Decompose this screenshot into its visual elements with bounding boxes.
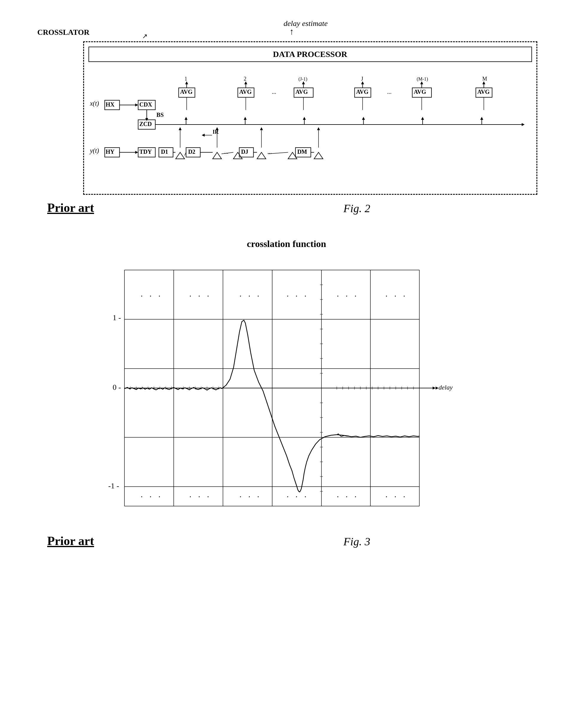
svg-text:. . .: . . . xyxy=(141,289,163,298)
fig3-caption: Fig. 3 xyxy=(165,535,549,548)
svg-text:delay: delay xyxy=(438,384,453,391)
svg-text:DM: DM xyxy=(297,148,307,155)
svg-text:HY: HY xyxy=(106,148,115,155)
crosslator-arrow: ↗ xyxy=(142,33,148,40)
svg-text:...: ... xyxy=(224,148,228,155)
svg-text:J: J xyxy=(361,76,363,82)
svg-text:1 -: 1 - xyxy=(113,313,121,322)
svg-marker-101 xyxy=(317,127,320,130)
svg-text:. . .: . . . xyxy=(385,490,408,499)
svg-text:...: ... xyxy=(267,148,272,155)
svg-marker-104 xyxy=(202,134,205,137)
svg-marker-78 xyxy=(213,152,221,159)
svg-text:. . .: . . . xyxy=(141,490,163,499)
svg-marker-56 xyxy=(482,82,485,84)
svg-marker-85 xyxy=(257,152,266,159)
svg-text:...: ... xyxy=(387,89,392,95)
svg-text:. . .: . . . xyxy=(337,490,359,499)
crosslator-label: CROSSLATOR xyxy=(38,28,90,37)
svg-marker-15 xyxy=(184,117,187,120)
svg-text:y(t): y(t) xyxy=(89,147,99,154)
svg-text:. . .: . . . xyxy=(240,490,262,499)
fig2-diagram: x(t) HX CDX BS ZCD xyxy=(89,64,532,188)
prior-art-label-1: Prior art xyxy=(47,201,165,215)
svg-text:. . .: . . . xyxy=(189,490,211,499)
svg-text:. . .: . . . xyxy=(385,289,408,298)
svg-marker-165 xyxy=(435,387,438,390)
fig3-caption-row: Prior art Fig. 3 xyxy=(47,534,549,548)
svg-marker-99 xyxy=(260,127,263,130)
fig3-container: crosslation function xyxy=(36,238,537,522)
svg-text:0 -: 0 - xyxy=(113,383,121,392)
svg-marker-40 xyxy=(302,82,305,84)
svg-text:ZCD: ZCD xyxy=(139,121,152,127)
fig2-caption: Fig. 2 xyxy=(165,202,549,215)
svg-text:. . .: . . . xyxy=(286,289,309,298)
svg-marker-45 xyxy=(361,82,364,84)
svg-text:D1: D1 xyxy=(161,148,168,155)
svg-text:. . .: . . . xyxy=(286,490,309,499)
svg-marker-21 xyxy=(362,117,365,120)
svg-marker-23 xyxy=(421,117,424,120)
svg-text:. . .: . . . xyxy=(189,289,211,298)
svg-marker-51 xyxy=(420,82,423,84)
graph-area: delay 1 - 0 - -1 - . . . . . . . . . . .… xyxy=(95,255,478,522)
svg-marker-92 xyxy=(314,152,323,159)
svg-text:BS: BS xyxy=(156,111,164,118)
svg-text:AVG: AVG xyxy=(356,89,368,95)
svg-text:AVG: AVG xyxy=(413,89,426,95)
svg-marker-29 xyxy=(185,82,188,84)
svg-marker-11 xyxy=(521,123,524,126)
svg-marker-163 xyxy=(433,387,435,390)
svg-text:. . .: . . . xyxy=(240,289,262,298)
svg-marker-25 xyxy=(480,117,483,120)
svg-text:D2: D2 xyxy=(188,148,195,155)
svg-text:IR: IR xyxy=(213,129,219,135)
fig2-container: delay estimate ↑ CROSSLATOR ↗ DATA PROCE… xyxy=(36,41,537,195)
svg-marker-95 xyxy=(178,127,181,130)
graph-title: crosslation function xyxy=(36,238,537,249)
svg-text:M: M xyxy=(482,76,487,82)
svg-text:AVG: AVG xyxy=(295,89,308,95)
svg-marker-4 xyxy=(135,104,138,106)
svg-text:1: 1 xyxy=(184,76,187,82)
svg-text:AVG: AVG xyxy=(180,89,192,95)
svg-text:DJ: DJ xyxy=(241,148,248,155)
svg-text:AVG: AVG xyxy=(239,89,252,95)
svg-text:x(t): x(t) xyxy=(90,100,99,107)
svg-text:...: ... xyxy=(272,89,276,95)
svg-marker-34 xyxy=(244,82,247,84)
svg-text:2: 2 xyxy=(244,76,246,82)
svg-marker-68 xyxy=(135,151,138,154)
svg-text:-1 -: -1 - xyxy=(108,482,119,490)
svg-text:. . .: . . . xyxy=(337,289,359,298)
svg-text:AVG: AVG xyxy=(477,89,489,95)
prior-art-label-2: Prior art xyxy=(47,534,165,548)
svg-text:(M-1): (M-1) xyxy=(416,77,428,82)
svg-text:CDX: CDX xyxy=(139,101,152,108)
fig3-graph: delay 1 - 0 - -1 - . . . . . . . . . . .… xyxy=(95,255,478,521)
svg-text:TDY: TDY xyxy=(139,148,152,155)
delay-estimate-arrow: ↑ xyxy=(290,27,294,37)
svg-marker-73 xyxy=(175,152,184,159)
svg-text:HX: HX xyxy=(106,101,115,108)
data-processor-box: DATA PROCESSOR xyxy=(89,47,532,62)
svg-text:(J-1): (J-1) xyxy=(298,77,307,82)
svg-marker-19 xyxy=(303,117,306,120)
svg-marker-17 xyxy=(244,117,247,120)
